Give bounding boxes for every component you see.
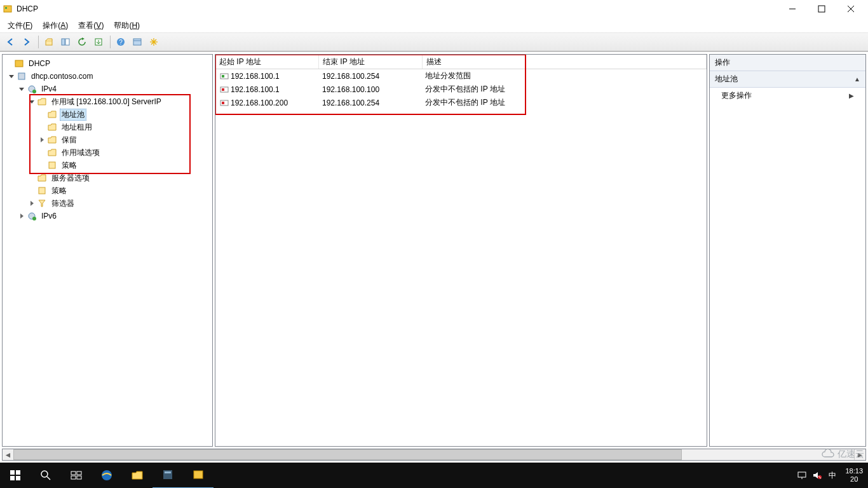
svg-rect-41 [77, 476, 81, 479]
svg-point-36 [41, 471, 48, 477]
taskbar-server-manager[interactable] [153, 462, 183, 488]
tree-scope-policies[interactable]: 策略 [3, 159, 212, 172]
tray-ime[interactable]: 中 [825, 463, 840, 488]
svg-rect-3 [818, 6, 825, 12]
start-button[interactable] [0, 463, 31, 488]
twisty-icon[interactable] [4, 58, 14, 69]
tree-label: dhcp.contoso.com [29, 71, 95, 81]
svg-rect-8 [65, 39, 69, 45]
back-button[interactable] [3, 34, 18, 50]
tree-ipv4[interactable]: IPv4 [3, 83, 212, 95]
cell-start-ip: 192.168.100.200 [231, 98, 288, 107]
tree-server-policies[interactable]: 策略 [3, 184, 212, 197]
maximize-button[interactable] [807, 0, 836, 18]
up-button[interactable] [41, 34, 57, 50]
twisty-closed-icon[interactable] [27, 198, 37, 208]
tray-clock[interactable]: 18:13 20 [840, 467, 868, 484]
tree-pane[interactable]: DHCP dhcp.contoso.com IPv4 作用域 [192.168.… [2, 54, 213, 447]
svg-rect-27 [222, 75, 224, 78]
twisty-open-icon[interactable] [27, 97, 37, 107]
reservations-folder-icon [47, 135, 57, 145]
svg-rect-40 [71, 476, 76, 479]
new-button[interactable] [146, 34, 161, 50]
svg-rect-35 [16, 476, 20, 480]
tree-label: IPv6 [39, 211, 58, 221]
actions-context-label: 地址池 [715, 74, 738, 85]
menu-help[interactable]: 帮助(H) [109, 19, 145, 32]
task-view-button[interactable] [61, 463, 92, 488]
actions-more[interactable]: 更多操作 ▶ [710, 88, 865, 104]
column-start-ip[interactable]: 起始 IP 地址 [215, 55, 319, 69]
menu-view[interactable]: 查看(V) [73, 19, 109, 32]
taskbar: 中 18:13 20 [0, 463, 868, 488]
svg-line-37 [47, 477, 50, 480]
tree-root-dhcp[interactable]: DHCP [3, 57, 212, 70]
close-button[interactable] [836, 0, 865, 18]
forward-button[interactable] [19, 34, 34, 50]
scroll-thumb[interactable] [13, 449, 682, 460]
scope-options-icon [47, 147, 57, 158]
minimize-button[interactable] [778, 0, 807, 18]
tray-network-icon[interactable] [794, 463, 810, 488]
menu-file[interactable]: 文件(F) [3, 19, 37, 32]
tree-reservations[interactable]: 保留 [3, 133, 212, 146]
range-icon [219, 71, 229, 81]
tray-volume-icon[interactable] [810, 463, 825, 488]
svg-rect-7 [62, 39, 65, 45]
menu-action[interactable]: 操作(A) [37, 19, 73, 32]
cell-start-ip: 192.168.100.1 [231, 85, 280, 94]
actions-context[interactable]: 地址池 ▲ [710, 71, 865, 88]
tree-label: 策略 [50, 185, 69, 197]
help-button[interactable]: ? [113, 34, 128, 50]
tree-leases[interactable]: 地址租用 [3, 121, 212, 133]
taskbar-dhcp[interactable] [183, 462, 214, 488]
refresh-button[interactable] [74, 34, 90, 50]
tree-server[interactable]: dhcp.contoso.com [3, 70, 212, 83]
column-end-ip[interactable]: 结束 IP 地址 [319, 55, 423, 69]
tree-scope-options[interactable]: 作用域选项 [3, 146, 212, 159]
tree-pool[interactable]: 地址池 [3, 108, 212, 121]
table-row[interactable]: 192.168.100.1192.168.100.254地址分发范围 [215, 69, 707, 83]
collapse-icon: ▲ [854, 76, 860, 83]
svg-rect-46 [798, 472, 806, 477]
column-description[interactable]: 描述 [423, 55, 707, 69]
twisty-closed-icon[interactable] [17, 211, 27, 221]
filters-icon [37, 198, 47, 208]
list-pane[interactable]: 起始 IP 地址 结束 IP 地址 描述 192.168.100.1192.16… [215, 54, 707, 447]
tree-label: 保留 [60, 134, 79, 146]
tree-scope[interactable]: 作用域 [192.168.100.0] ServerIP [3, 95, 212, 108]
tree-label: 作用域选项 [60, 147, 102, 159]
tree-label: 筛选器 [50, 198, 76, 210]
table-row[interactable]: 192.168.100.200192.168.100.254分发中不包括的 IP… [215, 96, 707, 109]
table-row[interactable]: 192.168.100.1192.168.100.100分发中不包括的 IP 地… [215, 83, 707, 96]
tree-label: 策略 [60, 159, 79, 172]
tree-ipv6[interactable]: IPv6 [3, 210, 212, 222]
actions-more-label: 更多操作 [721, 90, 752, 101]
cell-description: 分发中不包括的 IP 地址 [425, 84, 505, 95]
horizontal-scrollbar[interactable]: ◄ ► [2, 449, 866, 461]
cell-end-ip: 192.168.100.254 [322, 72, 379, 81]
ipv6-icon [27, 211, 37, 221]
export-list-button[interactable] [91, 34, 106, 50]
svg-rect-19 [18, 73, 25, 79]
properties-button[interactable] [130, 34, 145, 50]
scroll-left-button[interactable]: ◄ [3, 449, 14, 460]
list-header: 起始 IP 地址 结束 IP 地址 描述 [215, 55, 707, 69]
twisty-closed-icon[interactable] [37, 135, 47, 145]
show-hide-tree-button[interactable] [58, 34, 73, 50]
tree-server-options[interactable]: 服务器选项 [3, 172, 212, 184]
twisty-open-icon[interactable] [6, 71, 17, 81]
ipv4-icon [27, 84, 37, 94]
server-options-icon [37, 173, 47, 183]
tree-label: 地址租用 [60, 121, 94, 133]
twisty-open-icon[interactable] [17, 84, 27, 94]
svg-text:?: ? [119, 39, 123, 46]
tree-filters[interactable]: 筛选器 [3, 197, 212, 210]
twisty-icon [27, 186, 37, 196]
svg-rect-44 [165, 471, 171, 473]
search-button[interactable] [31, 463, 61, 488]
exclusion-icon [219, 98, 229, 108]
taskbar-explorer[interactable] [122, 463, 153, 488]
tree-label: DHCP [27, 58, 52, 69]
taskbar-ie[interactable] [92, 463, 122, 488]
